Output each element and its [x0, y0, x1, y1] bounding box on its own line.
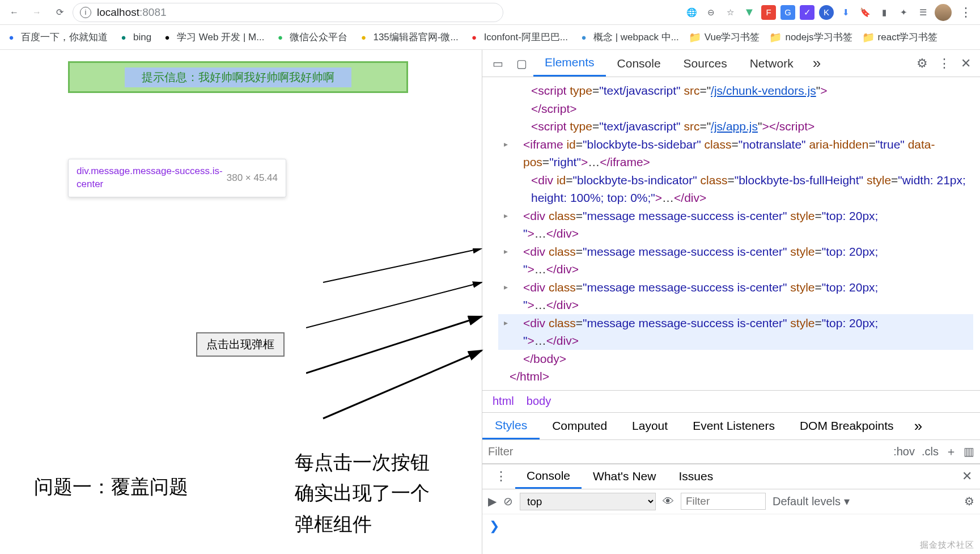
bookmark-label: nodejs学习书签 [785, 31, 852, 44]
bookmark-label: 135编辑器官网-微... [373, 31, 458, 44]
console-levels[interactable]: Default levels ▾ [773, 494, 850, 508]
styles-more-icon[interactable]: » [906, 417, 930, 435]
bookmark-item[interactable]: 📁nodejs学习书签 [770, 31, 852, 44]
console-sidebar-icon[interactable]: ▶ [488, 494, 497, 508]
bookmark-label: react学习书签 [878, 31, 938, 44]
close-devtools-icon[interactable]: ✕ [961, 56, 971, 71]
add-rule-icon[interactable]: ＋ [945, 444, 957, 459]
styles-tab-computed[interactable]: Computed [540, 413, 620, 439]
device-toolbar-icon[interactable]: ▢ [510, 57, 533, 70]
tooltip-selector: div.message.message-success.is-center [77, 165, 224, 191]
drawer-tab-whatsnew[interactable]: What's New [582, 464, 667, 489]
annotation-question: 问题一：覆盖问题 [34, 474, 188, 500]
extensions-icon[interactable]: ✦ [896, 5, 911, 20]
annotation-explain: 每点击一次按钮 确实出现了一个 弹框组件 [295, 447, 430, 539]
styles-filter-row: :hov .cls ＋ ▥ [482, 440, 980, 464]
ext-icon-1[interactable]: F [761, 5, 776, 20]
console-clear-icon[interactable]: ⊘ [503, 494, 513, 508]
panel-icon[interactable]: ☰ [915, 5, 930, 20]
svg-line-1 [306, 282, 482, 328]
bookmark-item[interactable]: ●百度一下，你就知道 [6, 31, 108, 44]
hov-toggle[interactable]: :hov [893, 445, 915, 458]
console-filter-input[interactable] [681, 493, 766, 510]
cls-toggle[interactable]: .cls [922, 445, 939, 458]
settings-icon[interactable]: ⚙ [917, 56, 928, 71]
bookmark-item[interactable]: 📁Vue学习书签 [689, 31, 760, 44]
avatar[interactable] [935, 4, 952, 21]
styles-tab-listeners[interactable]: Event Listeners [680, 413, 787, 439]
message-text: 提示信息：我好帅啊我好帅啊我好帅啊 [125, 67, 351, 87]
tab-sources[interactable]: Sources [672, 50, 739, 77]
panel-layout-icon[interactable]: ▥ [964, 445, 974, 458]
crumb-body[interactable]: body [527, 395, 551, 408]
translate-icon[interactable]: 🌐 [684, 5, 699, 20]
styles-filter-input[interactable] [488, 445, 886, 458]
favicon-icon: ● [162, 32, 173, 43]
bookmark-label: 微信公众平台 [290, 31, 347, 44]
forward-button[interactable]: → [27, 3, 46, 22]
reload-button[interactable]: ⟳ [50, 3, 69, 22]
bookmark-item[interactable]: ●135编辑器官网-微... [358, 31, 458, 44]
styles-tab-breakpoints[interactable]: DOM Breakpoints [787, 413, 906, 439]
trigger-button[interactable]: 点击出现弹框 [196, 332, 285, 357]
drawer-menu-icon[interactable]: ⋮ [487, 469, 515, 484]
extension-row: 🌐 ⊖ ☆ ▼ F G ✓ K ⬇ 🔖 ▮ ✦ ☰ ⋮ [684, 4, 975, 21]
bookmark-item[interactable]: ●bing [118, 32, 151, 43]
bookmark-item[interactable]: ●学习 Web 开发 | M... [162, 31, 264, 44]
favicon-icon: ● [578, 32, 589, 43]
drawer-tab-issues[interactable]: Issues [667, 464, 724, 489]
url-path: :8081 [139, 6, 167, 18]
drawer-tab-console[interactable]: Console [515, 464, 582, 489]
bookmark-item[interactable]: 📁react学习书签 [863, 31, 938, 44]
back-button[interactable]: ← [5, 3, 24, 22]
bookmark-label: 百度一下，你就知道 [21, 31, 108, 44]
address-bar[interactable]: i localhost:8081 [73, 3, 503, 22]
ext-icon-4[interactable]: K [819, 5, 834, 20]
favicon-icon: ● [274, 32, 286, 43]
devtools-menu-icon[interactable]: ⋮ [938, 56, 951, 71]
bookmark-label: 概念 | webpack 中... [593, 31, 679, 44]
bookmark-label: bing [133, 32, 151, 43]
ext-icon-3[interactable]: ✓ [800, 5, 814, 20]
url-host: localhost [97, 6, 139, 18]
folder-icon: 📁 [689, 32, 701, 43]
bookmark-icon[interactable]: 🔖 [858, 5, 872, 20]
more-tabs-icon[interactable]: » [805, 54, 829, 72]
star-icon[interactable]: ☆ [723, 5, 737, 20]
vue-devtools-icon[interactable]: ▼ [742, 5, 757, 20]
console-context-select[interactable]: top [520, 493, 656, 510]
zoom-icon[interactable]: ⊖ [703, 5, 718, 20]
chrome-menu-icon[interactable]: ⋮ [956, 5, 975, 20]
drawer-close-icon[interactable]: ✕ [954, 469, 980, 484]
console-drawer-tabs: ⋮ Console What's New Issues ✕ [482, 464, 980, 489]
ext-icon-2[interactable]: G [780, 5, 795, 20]
tab-elements[interactable]: Elements [533, 50, 606, 77]
ext-icon-5[interactable]: ⬇ [838, 5, 853, 20]
dom-tree[interactable]: <script type="text/javascript" src="/js/… [482, 77, 980, 390]
console-eye-icon[interactable]: 👁 [663, 495, 674, 508]
favicon-icon: ● [118, 32, 129, 43]
console-prompt: ❯ [489, 519, 499, 533]
reading-list-icon[interactable]: ▮ [877, 5, 892, 20]
console-settings-icon[interactable]: ⚙ [964, 494, 974, 508]
console-body[interactable]: ❯ [482, 514, 980, 555]
bookmark-item[interactable]: ●概念 | webpack 中... [578, 31, 679, 44]
bookmark-item[interactable]: ●微信公众平台 [274, 31, 347, 44]
annotation-arrows [306, 248, 499, 430]
styles-tab-layout[interactable]: Layout [620, 413, 680, 439]
bookmark-item[interactable]: ●Iconfont-阿里巴巴... [469, 31, 568, 44]
site-info-icon[interactable]: i [80, 7, 91, 18]
crumb-html[interactable]: html [493, 395, 514, 408]
inspect-icon[interactable]: ▭ [486, 57, 510, 70]
svg-line-0 [323, 248, 482, 282]
folder-icon: 📁 [770, 32, 781, 43]
favicon-icon: ● [358, 32, 369, 43]
tab-console[interactable]: Console [606, 50, 672, 77]
message-success: 提示信息：我好帅啊我好帅啊我好帅啊 [68, 61, 408, 93]
watermark: 掘金技术社区 [920, 540, 974, 551]
styles-tab-styles[interactable]: Styles [482, 413, 540, 439]
breadcrumb[interactable]: html body [482, 390, 980, 413]
svg-line-3 [323, 350, 482, 418]
tab-network[interactable]: Network [739, 50, 805, 77]
devtools-tabs: ▭ ▢ Elements Console Sources Network » ⚙… [482, 50, 980, 77]
